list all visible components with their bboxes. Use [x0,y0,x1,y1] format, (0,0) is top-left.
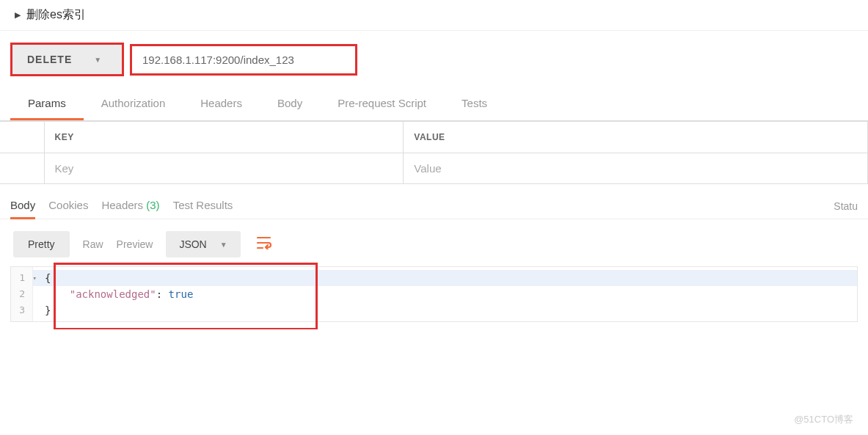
http-method-label: DELETE [27,54,72,65]
key-column-header: KEY [44,122,404,153]
tab-test-results[interactable]: Test Results [173,193,233,219]
response-tabs: Body Cookies Headers (3) Test Results St… [0,184,868,219]
tab-response-body[interactable]: Body [10,193,35,219]
headers-label: Headers [101,199,143,211]
line-gutter: 1 2 3 [11,267,33,321]
response-toolbar: Pretty Raw Preview JSON ▼ [0,219,868,266]
raw-button[interactable]: Raw [83,238,103,250]
format-label: JSON [179,238,206,250]
format-dropdown[interactable]: JSON ▼ [166,231,240,257]
json-value: true [169,288,194,300]
code-line: { [33,270,857,286]
params-table: KEY VALUE Key Value [0,121,868,184]
checkbox-cell[interactable] [0,153,44,184]
tab-tests[interactable]: Tests [444,88,505,120]
request-title: 删除es索引 [26,7,86,23]
request-header: ▶ 删除es索引 [0,0,868,31]
pretty-button[interactable]: Pretty [13,231,70,257]
tab-prerequest[interactable]: Pre-request Script [320,88,444,120]
tab-body[interactable]: Body [260,88,320,120]
code-line: } [33,302,857,318]
wrap-lines-icon[interactable] [254,233,276,256]
collapse-triangle-icon[interactable]: ▶ [15,10,21,20]
line-number: 3 [14,302,29,318]
status-label: Statu [834,200,858,212]
checkbox-col [0,122,44,153]
response-body-code: 1 2 3 { "acknowledged": true } [10,266,858,322]
line-number[interactable]: 1 [14,270,29,286]
request-line: DELETE ▼ 192.168.1.117:9200/index_123 [0,31,868,88]
tab-headers[interactable]: Headers [183,88,260,120]
preview-button[interactable]: Preview [117,238,153,250]
tab-authorization[interactable]: Authorization [84,88,183,120]
code-content[interactable]: { "acknowledged": true } [33,267,857,321]
tab-response-headers[interactable]: Headers (3) [101,193,159,219]
json-key: "acknowledged" [70,288,156,300]
request-tabs: Params Authorization Headers Body Pre-re… [0,88,868,121]
value-column-header: VALUE [404,122,868,153]
value-input[interactable]: Value [404,153,868,184]
key-input[interactable]: Key [44,153,404,184]
code-line: "acknowledged": true [33,286,857,302]
headers-count: (3) [146,199,159,211]
chevron-down-icon: ▼ [220,241,227,249]
chevron-down-icon: ▼ [94,56,101,64]
http-method-dropdown[interactable]: DELETE ▼ [10,43,124,76]
line-number: 2 [14,286,29,302]
tab-params[interactable]: Params [10,88,84,120]
url-input[interactable]: 192.168.1.117:9200/index_123 [130,44,357,76]
tab-response-cookies[interactable]: Cookies [48,193,88,219]
